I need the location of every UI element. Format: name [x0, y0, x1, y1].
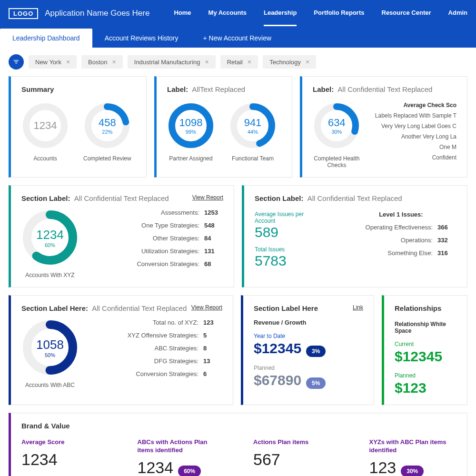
card-title: Section Label: All Confidential Text Rep… — [255, 194, 456, 202]
donut-label: Partner Assigned — [167, 155, 215, 162]
donut-label: Accounts With ABC — [24, 382, 76, 388]
card-section-xyz: Section Label: All Confidential Text Rep… — [9, 185, 234, 288]
chip-industrial[interactable]: Industrial Manufacturing× — [128, 55, 216, 69]
stat-label: Utilization Strategies: — [112, 248, 199, 255]
nav-leadership[interactable]: Leadership — [264, 9, 297, 26]
planned-pill: 5% — [306, 377, 326, 389]
chip-new-york[interactable]: New York× — [29, 55, 77, 69]
card-title: Label: AllText Replaced — [167, 85, 281, 93]
card-brand-value: Brand & Value Average Score 1234 ABCs wi… — [9, 413, 467, 476]
stat-label: XYZ Offensive Strategies: — [112, 332, 198, 339]
stat-val: 131 — [204, 248, 223, 255]
view-report-link[interactable]: View Report — [191, 304, 222, 311]
chip-label: Boston — [88, 59, 107, 66]
stat-val: 8 — [203, 345, 222, 352]
close-icon[interactable]: × — [66, 58, 70, 66]
nav-admin[interactable]: Admin — [448, 9, 467, 26]
filter-icon[interactable] — [9, 54, 24, 69]
close-icon[interactable]: × — [306, 58, 309, 66]
brand-pill: 60% — [178, 466, 201, 476]
donut-label: Completed Review — [83, 155, 131, 162]
stat-label: Something Else: — [346, 249, 433, 257]
donut-pct: 44% — [244, 129, 262, 135]
main-nav: Home My Accounts Leadership Portfolio Re… — [174, 9, 467, 18]
stat-val: 5 — [203, 332, 222, 339]
relationships-subtitle: Relationship White Space — [395, 321, 456, 334]
stat-label: Assessments: — [112, 209, 199, 216]
donut-value: 1058 — [36, 337, 64, 352]
close-icon[interactable]: × — [112, 58, 116, 66]
chip-technology[interactable]: Technology× — [263, 55, 316, 69]
planned-label: Planned — [395, 372, 456, 379]
donut-accounts: 1234 Accounts — [21, 102, 69, 162]
chip-label: Technology — [269, 59, 301, 66]
tab-new-account-review[interactable]: + New Account Review — [190, 29, 284, 48]
donut-pct: 50% — [36, 352, 64, 358]
ytd-value: $12345 — [254, 340, 301, 356]
logo: LOGO — [9, 8, 38, 19]
avg-item: Another Very Long La — [375, 133, 456, 140]
avg-issues-value: 589 — [255, 224, 307, 240]
stat-val: 68 — [204, 260, 223, 268]
brand-col: Average Score 1234 — [21, 438, 109, 476]
donut-health-checks: 63430% Completed Health Checks — [313, 102, 361, 169]
revenue-link[interactable]: Link — [353, 304, 363, 311]
stat-label: One Type Strategies: — [112, 222, 199, 229]
donut-value: 634 — [328, 117, 346, 129]
brand-label: ABCs with Actions Plan items identified — [138, 438, 223, 455]
stat-val: 366 — [437, 224, 456, 231]
donut-completed-review: 45822% Completed Review — [83, 102, 131, 162]
stat-label: Total no. of XYZ: — [112, 319, 198, 326]
donut-value: 1234 — [34, 119, 57, 132]
card-title: Label: All Confidential Text Replaced — [313, 85, 456, 93]
chip-label: Retail — [227, 59, 243, 66]
chip-label: New York — [35, 59, 61, 66]
stat-list: Level 1 Issues: Operating Effectiveness:… — [346, 211, 456, 275]
avg-item: Very Very Long Label Goes C — [375, 123, 456, 129]
chip-retail[interactable]: Retail× — [220, 55, 258, 69]
donut-pct: 22% — [99, 129, 116, 135]
donut-value: 941 — [244, 117, 262, 129]
ytd-label: Year to Date — [254, 333, 363, 339]
nav-home[interactable]: Home — [174, 9, 191, 26]
current-value: $12345 — [395, 348, 456, 365]
card-label-confidential: Label: All Confidential Text Replaced 63… — [300, 76, 467, 178]
brand-label: Actions Plan items — [253, 438, 339, 446]
brand-pill: 30% — [401, 466, 424, 476]
chip-boston[interactable]: Boston× — [81, 55, 123, 69]
avg-check-list: Average Check Sco Labels Replaced With S… — [375, 102, 456, 169]
card-label-alltext: Label: AllText Replaced 109899% Partner … — [154, 76, 292, 178]
avg-issues-label: Average Issues per Account — [255, 211, 307, 224]
close-icon[interactable]: × — [205, 58, 209, 66]
donut-label: Accounts — [21, 155, 69, 162]
stat-label: Conversion Strategies: — [112, 370, 198, 377]
tab-account-reviews-history[interactable]: Account Reviews History — [92, 29, 191, 48]
stat-val: 123 — [203, 319, 222, 326]
nav-my-accounts[interactable]: My Accounts — [208, 9, 247, 26]
nav-portfolio-reports[interactable]: Portfolio Reports — [314, 9, 364, 26]
avg-item: One M — [375, 144, 456, 150]
avg-check-title: Average Check Sco — [375, 102, 456, 109]
current-label: Current — [395, 341, 456, 347]
brand-col: Actions Plan items 567 — [253, 438, 341, 476]
card-title: Relationships — [395, 304, 456, 312]
stat-list: Assessments:1253 One Type Strategies:548… — [112, 209, 223, 278]
chip-label: Industrial Manufacturing — [134, 59, 200, 66]
view-report-link[interactable]: View Report — [192, 194, 223, 201]
nav-resource-center[interactable]: Resource Center — [382, 9, 431, 26]
planned-label: Planned — [254, 365, 363, 371]
brand-label: XYZs with ABC Plan items identified — [369, 438, 455, 455]
donut-label: Functional Team — [229, 155, 277, 162]
close-icon[interactable]: × — [248, 58, 251, 66]
donut-accounts-abc: 105850% Accounts With ABC — [21, 319, 79, 388]
stat-label: Operations: — [346, 237, 433, 244]
stat-label: ABC Strategies: — [112, 345, 198, 352]
donut-pct: 60% — [36, 242, 64, 248]
card-summary: Summary 1234 Accounts 45822% Completed R… — [9, 76, 147, 178]
brand-col: ABCs with Actions Plan items identified … — [138, 438, 225, 476]
brand-value: 567 — [253, 450, 341, 469]
tab-leadership-dashboard[interactable]: Leadership Dashboard — [0, 29, 92, 48]
card-section-abc: Section Label Here: All Confidential Tex… — [9, 295, 233, 405]
brand-value: 1234 — [138, 458, 174, 476]
card-relationships: Relationships Relationship White Space C… — [382, 295, 467, 405]
